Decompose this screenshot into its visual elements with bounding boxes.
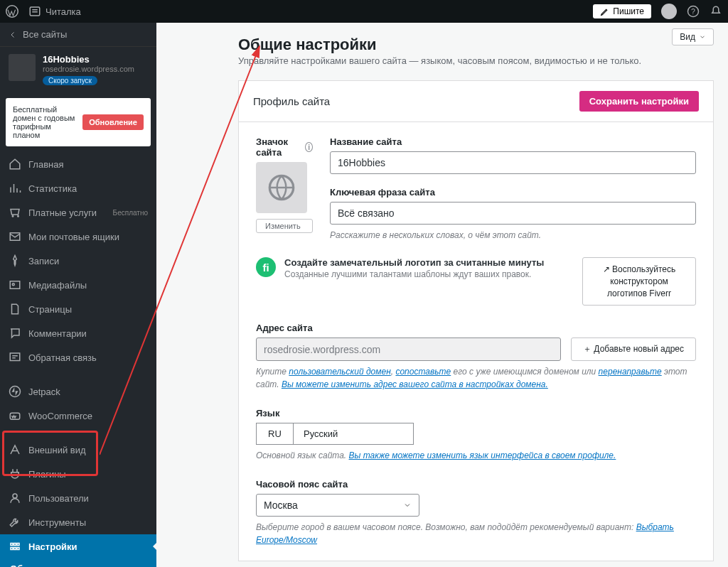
svg-point-8 <box>12 284 14 286</box>
tagline-help: Расскажите в нескольких словах, о чём эт… <box>330 229 696 242</box>
add-address-button[interactable]: ＋ Добавьте новый адрес <box>571 338 696 361</box>
fiverr-title: Создайте замечательный логотип за считан… <box>284 257 574 268</box>
site-thumbnail <box>9 54 36 81</box>
reader-icon <box>28 5 41 18</box>
language-selector[interactable]: RU Русский <box>256 423 696 445</box>
chevron-left-icon <box>9 31 17 39</box>
custom-domain-link[interactable]: пользовательский домен <box>289 367 390 377</box>
sidebar-item-14[interactable]: Инструменты <box>0 510 156 534</box>
sidebar-item-12[interactable]: Плагины <box>0 462 156 486</box>
upgrade-button[interactable]: Обновление <box>82 114 144 130</box>
write-button[interactable]: Пишите <box>593 4 651 18</box>
svg-rect-9 <box>10 353 20 361</box>
reader-link[interactable]: Читалка <box>28 5 81 18</box>
admin-topbar: Читалка Пишите ? <box>0 0 728 23</box>
comment-icon <box>9 327 21 340</box>
site-name-label: Название сайта <box>330 136 696 147</box>
address-input <box>256 338 561 361</box>
change-icon-button[interactable]: Изменить <box>256 219 313 233</box>
profile-card: Профиль сайта Сохранить настройки Значок… <box>238 80 714 561</box>
svg-point-10 <box>10 387 21 397</box>
lang-code: RU <box>256 423 293 445</box>
sidebar-item-11[interactable]: Внешний вид <box>0 438 156 462</box>
profile-lang-link[interactable]: Вы также можете изменить язык интерфейса… <box>349 450 616 460</box>
domain-settings-link[interactable]: Вы можете изменить адрес вашего сайта в … <box>282 379 548 389</box>
appearance-icon <box>9 443 21 456</box>
svg-point-12 <box>13 494 17 498</box>
fiverr-button[interactable]: ↗ Воспользуйтесь конструктором логотипов… <box>582 257 696 306</box>
back-all-sites[interactable]: Все сайты <box>0 23 156 47</box>
address-help: Купите пользовательский домен, сопоставь… <box>256 365 696 391</box>
tagline-label: Ключевая фраза сайта <box>330 187 696 198</box>
sidebar-item-2[interactable]: Платные услугиБесплатно <box>0 200 156 225</box>
sidebar-item-0[interactable]: Главная <box>0 152 156 176</box>
address-label: Адрес сайта <box>256 323 696 333</box>
help-icon[interactable]: ? <box>687 5 700 18</box>
save-button[interactable]: Сохранить настройки <box>579 91 699 112</box>
sidebar-item-6[interactable]: Страницы <box>0 297 156 321</box>
wp-logo[interactable] <box>6 5 18 18</box>
timezone-label: Часовой пояс сайта <box>256 479 696 490</box>
language-help: Основной язык сайта. Вы также можете изм… <box>256 449 696 462</box>
svg-rect-7 <box>10 281 20 289</box>
sidebar-item-9[interactable]: Jetpack <box>0 379 156 404</box>
svg-text:?: ? <box>691 7 695 16</box>
launch-soon-badge: Скоро запуск <box>43 76 97 85</box>
svg-rect-17 <box>14 548 16 550</box>
site-name-input[interactable] <box>330 151 696 174</box>
svg-rect-16 <box>11 548 13 550</box>
fiverr-icon: fi <box>256 257 276 277</box>
svg-rect-18 <box>17 548 19 550</box>
admin-sidebar: Все сайты 16Hobbies rosedrosie.wordpress… <box>0 23 156 567</box>
pen-icon <box>600 7 609 16</box>
bell-icon[interactable] <box>710 5 722 18</box>
plugin-icon <box>9 468 21 480</box>
chevron-down-icon <box>699 33 706 40</box>
svg-rect-13 <box>11 544 13 546</box>
sidebar-item-8[interactable]: Обратная связь <box>0 345 156 369</box>
home-icon <box>9 158 21 171</box>
svg-rect-15 <box>17 544 19 546</box>
sidebar-item-7[interactable]: Комментарии <box>0 321 156 345</box>
reader-label: Читалка <box>46 6 81 17</box>
woo-icon <box>9 409 21 422</box>
media-icon <box>9 279 21 291</box>
site-icon-label: Значок сайта <box>256 136 301 158</box>
main-content: Вид Общие настройки Управляйте настройка… <box>156 23 728 567</box>
settings-icon <box>9 540 21 553</box>
site-url: rosedrosie.wordpress.com <box>43 65 134 73</box>
site-block[interactable]: 16Hobbies rosedrosie.wordpress.com Скоро… <box>0 47 156 92</box>
sidebar-item-5[interactable]: Медиафайлы <box>0 273 156 297</box>
redirect-link[interactable]: перенаправьте <box>599 367 662 377</box>
feedback-icon <box>9 351 21 364</box>
sidebar-sub-0[interactable]: Общие <box>0 558 156 567</box>
info-icon[interactable]: i <box>305 142 313 152</box>
tools-icon <box>9 516 21 529</box>
fiverr-sub: Созданные лучшими талантами шаблоны ждут… <box>284 269 574 279</box>
sidebar-item-13[interactable]: Пользователи <box>0 486 156 510</box>
page-title: Общие настройки <box>238 36 714 54</box>
view-dropdown[interactable]: Вид <box>672 28 714 45</box>
avatar[interactable] <box>661 4 677 19</box>
sidebar-item-1[interactable]: Статистика <box>0 176 156 200</box>
card-title: Профиль сайта <box>253 95 330 107</box>
sidebar-item-15[interactable]: Настройки <box>0 534 156 558</box>
map-domain-link[interactable]: сопоставьте <box>395 367 451 377</box>
timezone-help: Выберите город в вашем часовом поясе. Во… <box>256 521 696 546</box>
mail-icon <box>9 230 21 243</box>
stats-icon <box>9 182 21 195</box>
tagline-input[interactable] <box>330 202 696 225</box>
jetpack-icon <box>9 385 21 398</box>
cart-icon <box>9 206 21 219</box>
timezone-select[interactable]: Москва <box>256 494 419 517</box>
page-icon <box>9 303 21 315</box>
pin-icon <box>9 254 21 267</box>
svg-rect-14 <box>14 544 16 546</box>
sidebar-item-3[interactable]: Мои почтовые ящики <box>0 225 156 249</box>
site-name: 16Hobbies <box>43 54 134 65</box>
lang-name: Русский <box>293 423 414 445</box>
upsell-text: Бесплатный домен с годовым тарифным план… <box>13 105 77 139</box>
sidebar-item-4[interactable]: Записи <box>0 249 156 273</box>
users-icon <box>9 492 21 504</box>
sidebar-item-10[interactable]: WooCommerce <box>0 404 156 428</box>
